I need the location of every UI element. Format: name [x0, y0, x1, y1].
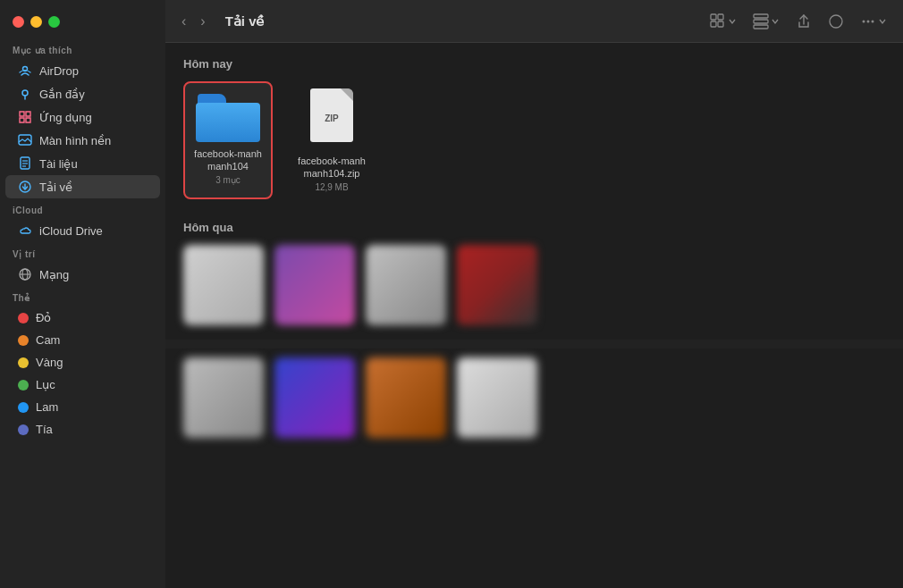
forward-button[interactable]: › [195, 10, 210, 33]
view-list-button[interactable] [747, 10, 785, 33]
tag-yellow-label: Vàng [36, 356, 63, 369]
sidebar-item-tag-teal[interactable]: Tía [5, 418, 160, 441]
documents-icon [18, 156, 32, 171]
apps-icon [18, 110, 32, 124]
blurred-item-8[interactable] [457, 357, 537, 438]
sidebar-item-tag-yellow[interactable]: Vàng [5, 351, 160, 374]
tag-red-label: Đỏ [36, 311, 51, 324]
sidebar-item-wallpaper[interactable]: Màn hình nền [5, 129, 160, 152]
airdrop-icon [18, 63, 32, 78]
sidebar-item-apps-label: Ứng dụng [39, 111, 92, 124]
tag-dot-blue [18, 402, 29, 413]
toolbar-nav: ‹ › [176, 10, 211, 33]
downloads-icon [18, 180, 32, 194]
sidebar-item-icloud-label: iCloud Drive [39, 224, 103, 238]
blurred-item-1[interactable] [183, 245, 264, 325]
toolbar-right [705, 10, 892, 33]
minimize-button[interactable] [30, 16, 42, 28]
sidebar-item-downloads-label: Tải về [39, 181, 72, 194]
sidebar-item-tag-green[interactable]: Lục [5, 374, 160, 396]
toolbar: ‹ › Tải về [165, 0, 903, 43]
page-title: Tải về [225, 13, 265, 29]
tag-dot-red [18, 313, 29, 323]
sidebar-item-documents[interactable]: Tài liệu [5, 152, 160, 175]
network-icon [18, 267, 32, 281]
svg-point-1 [22, 90, 28, 96]
svg-rect-16 [718, 21, 723, 27]
pin-icon [18, 87, 32, 101]
yesterday-heading: Hôm qua [183, 221, 885, 234]
tag-dot-orange [18, 335, 29, 346]
maximize-button[interactable] [48, 16, 60, 28]
sidebar-item-pinned[interactable]: Gắn đầy [5, 82, 160, 105]
svg-point-21 [863, 20, 865, 22]
svg-rect-18 [754, 20, 768, 23]
sidebar-item-tag-orange[interactable]: Cam [5, 329, 160, 351]
window-controls [0, 9, 165, 38]
tag-dot-green [18, 380, 29, 391]
tag-dot-yellow [18, 357, 29, 368]
tag-button[interactable] [823, 10, 849, 33]
sidebar-item-pinned-label: Gắn đầy [39, 88, 85, 101]
tag-dot-teal [18, 424, 29, 435]
folder-name: facebook-manhmanh104 [192, 147, 264, 173]
svg-point-20 [830, 15, 842, 28]
sidebar-item-airdrop-label: AirDrop [39, 64, 79, 78]
zip-file-icon: ZIP [307, 88, 357, 149]
sidebar: Mục ưa thích AirDrop Gắn đầy Ứng dụng Mà… [0, 0, 165, 588]
sidebar-item-tag-blue[interactable]: Lam [5, 396, 160, 418]
blurred-item-7[interactable] [366, 357, 446, 438]
svg-rect-14 [718, 14, 723, 20]
file-area: Hôm nay facebook-manhmanh104 3 mục ZIP f… [165, 43, 903, 588]
location-section-label: Vị trí [0, 242, 165, 263]
sidebar-item-airdrop[interactable]: AirDrop [5, 59, 160, 82]
sidebar-item-icloud[interactable]: iCloud Drive [5, 219, 160, 242]
blurred-item-2[interactable] [274, 245, 355, 325]
favorites-section-label: Mục ưa thích [0, 38, 165, 59]
folder-item[interactable]: facebook-manhmanh104 3 mục [183, 81, 273, 199]
tag-blue-label: Lam [36, 400, 58, 414]
svg-rect-19 [754, 25, 768, 29]
blurred-item-6[interactable] [274, 357, 355, 438]
sidebar-item-apps[interactable]: Ứng dụng [5, 105, 160, 129]
icloud-section-label: iCloud [0, 198, 165, 219]
zip-item[interactable]: ZIP facebook-manhmanh104.zip 12,9 MB [287, 81, 376, 199]
sidebar-item-tag-red[interactable]: Đỏ [5, 307, 160, 329]
tags-section-label: Thẻ [0, 286, 165, 307]
tag-green-label: Lục [36, 378, 55, 391]
today-heading: Hôm nay [183, 57, 885, 71]
svg-point-22 [867, 20, 870, 22]
svg-rect-13 [711, 14, 716, 20]
tag-teal-label: Tía [36, 423, 53, 436]
zip-name: facebook-manhmanh104.zip [294, 155, 369, 181]
today-files-grid: facebook-manhmanh104 3 mục ZIP facebook-… [183, 81, 885, 199]
wallpaper-icon [18, 133, 32, 147]
sidebar-item-network[interactable]: Mạng [5, 263, 160, 286]
view-grid-button[interactable] [705, 10, 742, 33]
yesterday-files-row2 [183, 357, 885, 438]
cloud-icon [18, 223, 32, 238]
close-button[interactable] [13, 16, 24, 28]
zip-meta: 12,9 MB [315, 182, 348, 192]
blurred-item-5[interactable] [183, 357, 264, 438]
folder-meta: 3 mục [215, 175, 241, 185]
main-content: ‹ › Tải về [165, 0, 903, 588]
sidebar-item-downloads[interactable]: Tải về [5, 175, 160, 198]
tag-orange-label: Cam [36, 333, 60, 347]
folder-icon [196, 90, 260, 142]
sidebar-item-network-label: Mạng [39, 268, 69, 281]
back-button[interactable]: ‹ [176, 10, 191, 33]
svg-rect-15 [711, 21, 716, 27]
sidebar-item-wallpaper-label: Màn hình nền [39, 134, 111, 147]
share-button[interactable] [790, 10, 817, 33]
svg-rect-17 [754, 14, 768, 18]
yesterday-files-row1 [183, 245, 885, 325]
blurred-item-3[interactable] [366, 245, 446, 325]
blurred-item-4[interactable] [457, 245, 537, 325]
svg-point-23 [872, 20, 874, 22]
more-button[interactable] [855, 10, 892, 33]
sidebar-item-documents-label: Tài liệu [39, 157, 78, 171]
